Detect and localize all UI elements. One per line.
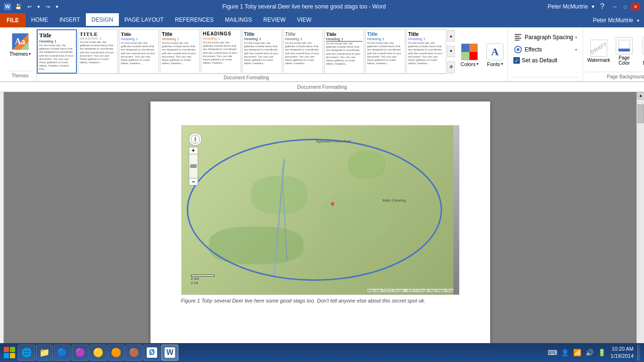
tray-keyboard-icon[interactable]: ⌨: [547, 345, 558, 360]
page-color-icon: [616, 37, 633, 54]
help-button[interactable]: ?: [598, 2, 606, 11]
tab-view[interactable]: VIEW: [291, 13, 317, 27]
close-button[interactable]: ✕: [631, 3, 640, 10]
taskbar-app5[interactable]: 🟡: [90, 345, 107, 361]
right-scrollbar[interactable]: ▲ ▼: [636, 92, 644, 357]
app4-icon: 🟣: [75, 347, 85, 358]
zoom-plus-button[interactable]: +: [189, 147, 198, 154]
gallery-down-button[interactable]: ▼: [447, 46, 455, 57]
zoom-slider[interactable]: [189, 154, 198, 178]
taskbar-app7[interactable]: 🟤: [125, 345, 142, 361]
gallery-item-1[interactable]: Title Heading 1 On the Insert tab, the g…: [37, 29, 77, 74]
gallery-item-10[interactable]: Title Heading 1 On the Insert tab, the g…: [406, 29, 446, 74]
taskbar-app3[interactable]: 🔵: [54, 345, 71, 361]
tray-network-icon[interactable]: 📶: [572, 345, 582, 360]
gallery-item-5[interactable]: HEADINGS Heading 1 On the Insert tab, th…: [201, 29, 241, 74]
minimize-button[interactable]: ─: [610, 3, 619, 10]
tab-review[interactable]: REVIEW: [258, 13, 291, 27]
gallery-up-button[interactable]: ▲: [447, 30, 455, 42]
paragraph-spacing-button[interactable]: Paragraph Spacing ▾: [511, 31, 579, 43]
file-tab[interactable]: FILE: [0, 13, 25, 27]
gi-title-8: Title: [326, 31, 362, 37]
tab-home[interactable]: HOME: [25, 13, 54, 27]
customize-button[interactable]: ▾: [54, 3, 60, 11]
tab-design[interactable]: DESIGN: [86, 13, 119, 27]
svg-rect-2: [515, 38, 521, 39]
tab-insert[interactable]: INSERT: [54, 13, 86, 27]
system-clock[interactable]: 10:20 AM 1/19/2014: [609, 345, 636, 360]
scroll-up-button[interactable]: ▲: [637, 92, 644, 100]
gallery-expand-button[interactable]: ⊞: [447, 61, 455, 73]
menu-bar-right: Peter McMurtrie ▾: [588, 13, 644, 27]
account-dropdown[interactable]: ▾: [637, 18, 639, 23]
tab-references[interactable]: REFERENCES: [169, 13, 219, 27]
taskbar-outlook[interactable]: Ø: [143, 345, 160, 361]
colors-button[interactable]: Colors ▾: [458, 42, 481, 68]
themes-section-label: Themes: [8, 71, 33, 79]
page-borders-button[interactable]: Page Borders: [638, 35, 644, 67]
win-logo-green: [10, 347, 15, 352]
gi-text-2: On the Insert tab, the galleries include…: [80, 41, 116, 64]
doc-content: Kyanoka Forest Park Balls Clearing: [4, 92, 636, 357]
effects-button[interactable]: Effects ▾: [511, 43, 579, 56]
doc-format-label: Document Formatting: [37, 74, 456, 81]
gi-h1-2: HEADING 1: [80, 37, 116, 40]
undo-dropdown[interactable]: ▾: [35, 3, 42, 11]
themes-button[interactable]: Aa Themes ▾: [7, 31, 34, 59]
zoom-minus-button[interactable]: −: [189, 178, 198, 185]
taskbar-app6[interactable]: 🟠: [108, 345, 125, 361]
redo-button[interactable]: ↪: [44, 3, 52, 11]
taskbar-app4[interactable]: 🟣: [72, 345, 89, 361]
tray-volume-icon[interactable]: 🔊: [584, 345, 594, 360]
win-logo-red: [4, 347, 9, 352]
gallery-item-9[interactable]: Title Heading 1 On the Insert tab, the g…: [365, 29, 405, 74]
taskbar-explorer[interactable]: 📁: [36, 345, 53, 361]
tab-mailings[interactable]: MAILINGS: [219, 13, 258, 27]
gi-h1-4: Heading 1: [162, 37, 198, 41]
figure-image[interactable]: Kyanoka Forest Park Balls Clearing: [181, 125, 460, 295]
gallery-item-8[interactable]: Title Heading 1 On the Insert tab, the g…: [324, 29, 364, 74]
tray-battery-icon[interactable]: 🔋: [596, 345, 607, 360]
scroll-thumb[interactable]: [637, 104, 644, 123]
colors-arrow: ▾: [477, 62, 478, 66]
watermark-button[interactable]: DRAFT Watermark: [587, 38, 611, 65]
windows-logo: [4, 347, 15, 358]
fonts-button[interactable]: A Fonts ▾: [483, 42, 507, 68]
save-button[interactable]: 💾: [13, 3, 24, 11]
maximize-button[interactable]: □: [620, 3, 630, 10]
gi-title-3: Title: [121, 31, 157, 37]
gallery-item-4[interactable]: Title Heading 1 On the Insert tab, the g…: [160, 29, 200, 74]
gallery-item-2[interactable]: TITLE HEADING 1 On the Insert tab, the g…: [78, 29, 118, 74]
start-button[interactable]: [2, 345, 17, 360]
tray-people-icon[interactable]: 👤: [560, 345, 570, 360]
color-swatch-4: [469, 52, 477, 60]
tab-page-layout[interactable]: PAGE LAYOUT: [119, 13, 169, 27]
paragraph-spacing-label: Paragraph Spacing: [525, 34, 573, 41]
subtitle-label: Document Formatting: [297, 84, 347, 90]
gallery-item-7[interactable]: Title Heading 1 On the Insert tab, the g…: [283, 29, 323, 74]
map-marker: [328, 202, 333, 208]
undo-button[interactable]: ↩: [25, 3, 33, 11]
gi-title-1: Title: [39, 32, 75, 39]
zoom-control[interactable]: + −: [189, 147, 202, 185]
scroll-track[interactable]: [637, 100, 644, 349]
set-default-button[interactable]: ✓ Set as Default: [511, 56, 579, 65]
gi-h1-5: Heading 1: [203, 36, 239, 41]
page-color-button[interactable]: Page Color: [612, 35, 636, 67]
map-nav[interactable]: + −: [189, 133, 202, 185]
svg-rect-3: [515, 40, 519, 41]
gi-title-9: Title: [367, 31, 403, 37]
user-dropdown[interactable]: ▾: [592, 3, 594, 10]
compass-button[interactable]: [189, 133, 202, 146]
scale-label-km: 2 km: [191, 277, 215, 281]
taskbar-ie[interactable]: 🌐: [18, 345, 35, 361]
gallery-item-3[interactable]: Title Heading 1 On the Insert tab, the g…: [119, 29, 159, 74]
gi-h1-8: Heading 1: [326, 37, 362, 42]
para-effects-section: Paragraph Spacing ▾ Effects ▾ ✓ Set as D…: [508, 29, 583, 81]
gallery-item-6[interactable]: Title Heading 1 On the Insert tab, the g…: [242, 29, 282, 74]
svg-rect-1: [515, 36, 519, 37]
zoom-handle[interactable]: [190, 164, 197, 168]
color-swatch-1: [461, 44, 469, 52]
taskbar-word[interactable]: W: [161, 345, 178, 361]
show-desktop-button[interactable]: [637, 345, 640, 361]
